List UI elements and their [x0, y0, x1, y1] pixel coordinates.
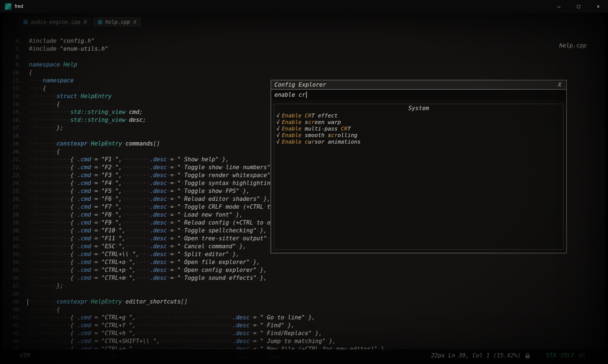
line-content: ············{·.cmd·=·"F2·",········.desc… [29, 164, 281, 171]
line-number: 40. [2, 307, 22, 313]
line-content: ············{·.cmd·=·"CTRL+f·",·········… [29, 322, 295, 329]
line-content: { [29, 69, 32, 76]
line-content: ········{ [29, 101, 60, 107]
close-button[interactable]: × [588, 0, 608, 13]
maximize-button[interactable]: □ [569, 0, 588, 13]
line-number: 27. [2, 204, 22, 210]
line-number: 13. [2, 93, 22, 99]
checkbox-checked-icon[interactable]: √ [276, 112, 280, 119]
tab-label: help.cpp [105, 19, 130, 25]
code-line[interactable]: 44.············{·.cmd·=·"CTRL+SHIFT+\\·"… [2, 337, 605, 345]
line-number: 44. [2, 338, 22, 344]
line-number: 28. [2, 212, 22, 218]
line-content: ············{·.cmd·=·"ESC·",·······.desc… [29, 243, 246, 250]
line-number: 39. [2, 299, 22, 305]
tab-close-icon[interactable]: X [84, 19, 87, 25]
code-line[interactable]: 7.#include·"enum-utils.h" [2, 45, 605, 53]
text-cursor [306, 92, 307, 98]
code-line[interactable]: 40.········{ [2, 305, 605, 313]
tab-help.cpp[interactable]: Chelp.cppX [94, 17, 140, 26]
tab-audio-engine.cpp[interactable]: Caudio-engine.cppX [19, 17, 91, 26]
line-number: 32. [2, 243, 22, 249]
config-explorer-dialog: Config Explorer X enable cr System √Enab… [271, 80, 567, 253]
checkbox-checked-icon[interactable]: √ [276, 125, 280, 132]
config-search-query: enable cr [274, 92, 306, 98]
line-content: ············std::string_view·cmd; [29, 109, 143, 115]
code-line[interactable]: 6.#include·"config.h" [2, 37, 605, 45]
cursor-position-status: 22px Ln 39, Col 1 (15.42%) [431, 352, 521, 359]
config-option[interactable]: √Enable screen warp [274, 119, 563, 125]
status-bar: VIM 22px Ln 39, Col 1 (15.42%) STXCRLFWS [2, 349, 605, 364]
config-option[interactable]: √Enable smooth scrolling [274, 132, 563, 138]
line-content: ············{·.cmd·=·"CTRL+p·",····.desc… [29, 267, 267, 273]
line-number: 36. [2, 275, 22, 281]
line-content: ············{·.cmd·=·"CTRL+h·",·········… [29, 330, 322, 336]
code-line[interactable]: 8. [2, 53, 605, 60]
line-number: 9. [2, 62, 22, 68]
code-line[interactable]: 38. [2, 290, 605, 298]
checkbox-checked-icon[interactable]: √ [276, 119, 280, 125]
line-number: 8. [2, 54, 22, 60]
config-results-panel: System √Enable CRT effect√Enable screen … [274, 104, 564, 250]
tab-close-icon[interactable]: X [133, 19, 136, 25]
line-content: ····namespace [29, 77, 74, 84]
code-line[interactable]: 39.········constexpr·HelpEntry·editor_sh… [2, 298, 605, 305]
code-line[interactable]: 10.{ [2, 68, 605, 76]
code-line[interactable]: 41.············{·.cmd·=·"CTRL+g·",······… [2, 313, 605, 321]
line-content: ············{·.cmd·=·"CTRL+g·",·········… [29, 314, 315, 321]
config-explorer-title: Config Explorer [274, 81, 326, 88]
line-number: 26. [2, 196, 22, 202]
tab-label: audio-engine.cpp [31, 19, 80, 25]
code-line[interactable]: 37.········}; [2, 282, 605, 290]
line-content: ············{·.cmd·=·"F5·",········.desc… [29, 188, 250, 194]
code-line[interactable]: 9.namespace·Help [2, 60, 605, 68]
code-line[interactable]: 35.············{·.cmd·=·"CTRL+p·",····.d… [2, 266, 605, 274]
line-number: 25. [2, 188, 22, 194]
line-number: 37. [2, 283, 22, 289]
code-line[interactable]: 36.············{·.cmd·=·"CTRL+m·",····.d… [2, 274, 605, 282]
line-content: ········}; [29, 125, 63, 131]
config-search-input[interactable]: enable cr [271, 90, 566, 100]
line-number: 35. [2, 267, 22, 273]
config-option[interactable]: √Enable cursor animations [274, 138, 563, 145]
line-content: ········struct·HelpEntry [29, 93, 112, 99]
line-content: ············{·.cmd·=·"F4·",········.desc… [29, 180, 288, 186]
line-number: 11. [2, 77, 22, 83]
status-flag-ws: WS [579, 352, 586, 359]
line-content: ············std::string_view·desc; [29, 117, 146, 123]
line-number: 23. [2, 172, 22, 178]
checkbox-checked-icon[interactable]: √ [276, 132, 280, 138]
config-explorer-close-button[interactable]: X [556, 81, 563, 88]
window-controls: – □ × [549, 0, 608, 13]
line-number: 10. [2, 69, 22, 75]
app-icon [5, 3, 11, 10]
line-content: ········constexpr·HelpEntry·commands[] [29, 140, 160, 147]
line-content: ············{·.cmd·=·"F6·",········.desc… [29, 196, 270, 202]
config-option[interactable]: √Enable multi-pass CRT [274, 125, 563, 132]
line-number: 6. [2, 38, 22, 44]
config-option[interactable]: √Enable CRT effect [274, 112, 563, 119]
line-content: ············{·.cmd·=·"CTRL+m·",····.desc… [29, 275, 267, 281]
line-number: 43. [2, 330, 22, 336]
cpp-file-icon: C [98, 20, 102, 24]
line-content: ············{·.cmd·=·"F3·",········.desc… [29, 172, 281, 178]
line-number: 24. [2, 180, 22, 186]
status-flag-crlf: CRLF [561, 352, 574, 359]
line-number: 16. [2, 117, 22, 123]
line-content: ············{·.cmd·=·"F11·",·······.desc… [29, 235, 277, 242]
line-content: #include·"config.h" [29, 38, 94, 44]
code-line[interactable]: 42.············{·.cmd·=·"CTRL+f·",······… [2, 321, 605, 329]
line-number: 20. [2, 148, 22, 154]
config-explorer-titlebar: Config Explorer X [271, 80, 566, 90]
minimize-button[interactable]: – [549, 0, 569, 13]
cpp-file-icon: C [23, 20, 28, 24]
line-number: 17. [2, 125, 22, 131]
current-file-indicator: help.cpp [559, 42, 587, 49]
line-content: ············{·.cmd·=·"F1·",········.desc… [29, 156, 229, 163]
line-content: ············{·.cmd·=·"F10·",·······.desc… [29, 227, 267, 234]
checkbox-checked-icon[interactable]: √ [276, 138, 280, 145]
line-content: ········{ [29, 148, 60, 155]
line-number: 33. [2, 251, 22, 257]
code-line[interactable]: 34.············{·.cmd·=·"CTRL+o·",····.d… [2, 258, 605, 266]
code-line[interactable]: 43.············{·.cmd·=·"CTRL+h·",······… [2, 329, 605, 337]
